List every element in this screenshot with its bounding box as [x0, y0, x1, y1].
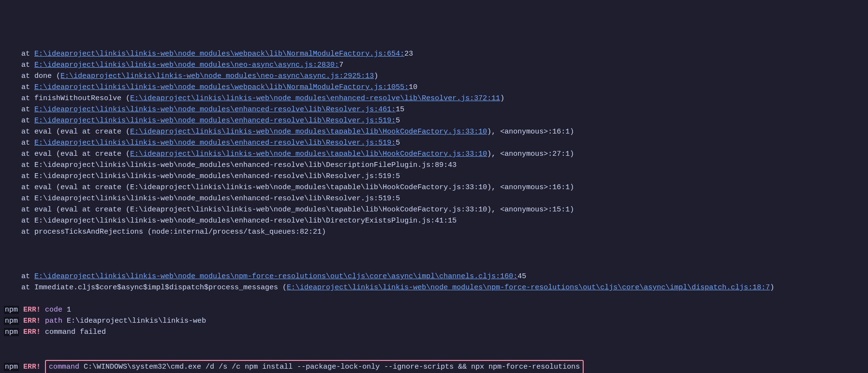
- stack-frame: at E:\ideaproject\linkis\linkis-web\node…: [0, 171, 868, 182]
- stack-text: at E:\ideaproject\linkis\linkis-web\node…: [4, 161, 456, 169]
- stack-text: at: [4, 83, 34, 91]
- npm-label: npm: [4, 317, 19, 325]
- stack-text: at E:\ideaproject\linkis\linkis-web\node…: [4, 172, 400, 180]
- stack-text: at: [4, 61, 34, 69]
- err-label: ERR!: [23, 306, 41, 314]
- stack-text: 10: [409, 83, 417, 91]
- stack-text: at E:\ideaproject\linkis\linkis-web\node…: [4, 217, 456, 225]
- stack-text: at eval (eval at create (E:\ideaproject\…: [4, 206, 574, 214]
- stack-text: at: [4, 272, 34, 281]
- err-label: ERR!: [23, 328, 41, 336]
- stack-text: at processTicksAndRejections (node:inter…: [4, 228, 326, 236]
- npm-keyword: path: [45, 317, 62, 325]
- file-link[interactable]: E:\ideaproject\linkis\linkis-web\node_mo…: [130, 150, 487, 158]
- file-link[interactable]: E:\ideaproject\linkis\linkis-web\node_mo…: [34, 83, 409, 91]
- stack-text: at eval (eval at create (: [4, 128, 130, 136]
- stack-text: 5: [396, 117, 400, 125]
- stack-text: 23: [404, 50, 413, 58]
- stack-text: at: [4, 105, 34, 114]
- stack-frame: at E:\ideaproject\linkis\linkis-web\node…: [0, 115, 868, 126]
- stack-text: ): [770, 283, 774, 292]
- stack-frame: at E:\ideaproject\linkis\linkis-web\node…: [0, 160, 868, 171]
- stack-frame: at E:\ideaproject\linkis\linkis-web\node…: [0, 215, 868, 226]
- npm-error-line: npm ERR! path E:\ideaproject\linkis\link…: [0, 315, 868, 327]
- stack-text: at: [4, 139, 34, 147]
- stack-text: at eval (eval at create (E:\ideaproject\…: [4, 183, 574, 192]
- file-link[interactable]: E:\ideaproject\linkis\linkis-web\node_mo…: [34, 105, 396, 114]
- stack-text: at: [4, 117, 34, 125]
- npm-error-highlighted-line: npm ERR! command C:\WINDOWS\system32\cmd…: [0, 360, 868, 373]
- stack-frame: at E:\ideaproject\linkis\linkis-web\node…: [0, 82, 868, 93]
- npm-error-text: E:\ideaproject\linkis\linkis-web: [62, 317, 206, 325]
- npm-error-text: command failed: [45, 328, 106, 336]
- stack-text: 15: [396, 105, 404, 114]
- err-label: ERR!: [23, 317, 41, 325]
- file-link[interactable]: E:\ideaproject\linkis\linkis-web\node_mo…: [34, 50, 404, 58]
- stack-text: at Immediate.cljs$core$async$impl$dispat…: [4, 283, 287, 292]
- stack-text: ): [500, 94, 504, 103]
- stack-frame: at E:\ideaproject\linkis\linkis-web\node…: [0, 271, 868, 282]
- stack-text: at eval (eval at create (: [4, 150, 130, 158]
- stack-text: 45: [517, 272, 526, 281]
- file-link[interactable]: E:\ideaproject\linkis\linkis-web\node_mo…: [287, 283, 770, 292]
- npm-label: npm: [4, 306, 19, 314]
- npm-error-text: C:\WINDOWS\system32\cmd.exe /d /s /c npm…: [79, 363, 580, 371]
- stack-frame: at eval (eval at create (E:\ideaproject\…: [0, 149, 868, 160]
- stack-frame: at E:\ideaproject\linkis\linkis-web\node…: [0, 104, 868, 115]
- npm-label: npm: [4, 328, 19, 336]
- npm-error-line: npm ERR! command failed: [0, 327, 868, 338]
- file-link[interactable]: E:\ideaproject\linkis\linkis-web\node_mo…: [34, 61, 339, 69]
- file-link[interactable]: E:\ideaproject\linkis\linkis-web\node_mo…: [34, 117, 396, 125]
- stack-trace: at E:\ideaproject\linkis\linkis-web\node…: [0, 48, 868, 238]
- stack-text: at E:\ideaproject\linkis\linkis-web\node…: [4, 194, 400, 203]
- file-link[interactable]: E:\ideaproject\linkis\linkis-web\node_mo…: [130, 94, 500, 103]
- file-link[interactable]: E:\ideaproject\linkis\linkis-web\node_mo…: [130, 128, 487, 136]
- stack-frame: at Immediate.cljs$core$async$impl$dispat…: [0, 282, 868, 293]
- blank-line: [0, 249, 868, 260]
- stack-frame: at E:\ideaproject\linkis\linkis-web\node…: [0, 60, 868, 71]
- stack-text: 7: [339, 61, 343, 69]
- stack-frame: at E:\ideaproject\linkis\linkis-web\node…: [0, 48, 868, 60]
- file-link[interactable]: E:\ideaproject\linkis\linkis-web\node_mo…: [34, 272, 517, 281]
- stack-text: at: [4, 50, 34, 58]
- file-link[interactable]: E:\ideaproject\linkis\linkis-web\node_mo…: [60, 72, 374, 80]
- file-link[interactable]: E:\ideaproject\linkis\linkis-web\node_mo…: [34, 139, 396, 147]
- stack-text: at done (: [4, 72, 60, 80]
- highlight-box: command C:\WINDOWS\system32\cmd.exe /d /…: [45, 360, 584, 373]
- npm-error-text: 1: [62, 306, 71, 314]
- stack-frame: at eval (eval at create (E:\ideaproject\…: [0, 204, 868, 215]
- stack-frame: at finishWithoutResolve (E:\ideaproject\…: [0, 93, 868, 104]
- npm-error-line: npm ERR! code 1: [0, 304, 868, 315]
- stack-text: 5: [396, 139, 400, 147]
- npm-errors: npm ERR! code 1npm ERR! path E:\ideaproj…: [0, 304, 868, 338]
- stack-frame: at E:\ideaproject\linkis\linkis-web\node…: [0, 193, 868, 204]
- npm-keyword: command: [49, 363, 79, 371]
- stack-text: ), <anonymous>:27:1): [487, 150, 574, 158]
- stack-frame: at E:\ideaproject\linkis\linkis-web\node…: [0, 137, 868, 149]
- stack-text: ), <anonymous>:16:1): [487, 128, 574, 136]
- stack-frame: at eval (eval at create (E:\ideaproject\…: [0, 182, 868, 193]
- stack-frame: at processTicksAndRejections (node:inter…: [0, 226, 868, 238]
- stack-text: ): [374, 72, 378, 80]
- stack-frame: at done (E:\ideaproject\linkis\linkis-we…: [0, 71, 868, 82]
- npm-keyword: code: [45, 306, 62, 314]
- npm-label: npm: [4, 363, 19, 371]
- stack-trace-2: at E:\ideaproject\linkis\linkis-web\node…: [0, 271, 868, 293]
- err-label: ERR!: [23, 363, 41, 371]
- stack-text: at finishWithoutResolve (: [4, 94, 130, 103]
- stack-frame: at eval (eval at create (E:\ideaproject\…: [0, 126, 868, 137]
